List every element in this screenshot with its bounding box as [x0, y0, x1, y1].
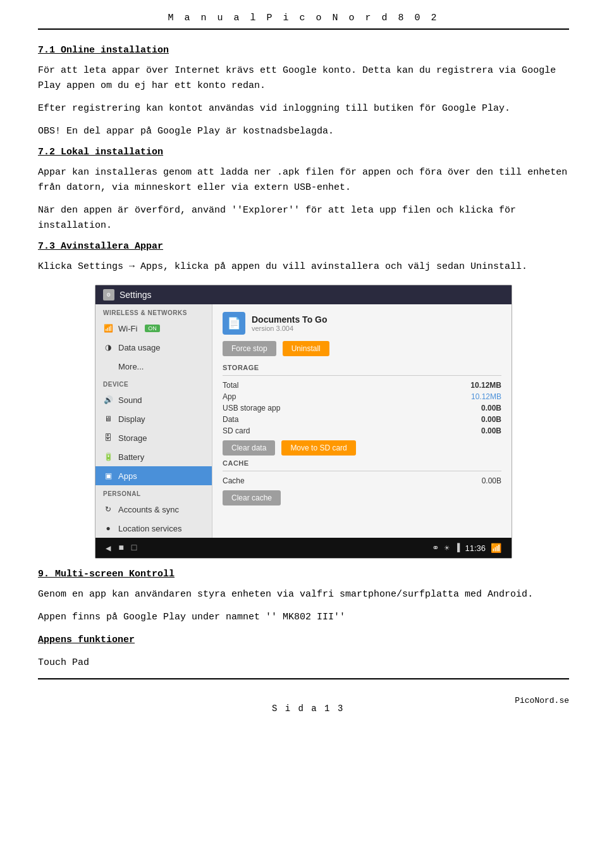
storage-label: Storage	[118, 433, 147, 443]
settings-body: WIRELESS & NETWORKS 📶 Wi-Fi ON ◑ Data us…	[95, 304, 512, 538]
section-9-p4: Touch Pad	[38, 655, 569, 671]
battery-icon: 🔋	[103, 452, 113, 462]
sidebar-item-display[interactable]: 🖥 Display	[95, 409, 212, 428]
section-9: 9. Multi-screen Kontroll Genom en app ka…	[38, 569, 569, 671]
usb-value: 0.00B	[481, 404, 501, 412]
section-7-1-p2: Efter registrering kan kontot användas v…	[38, 101, 569, 116]
storage-section-label: STORAGE	[223, 364, 501, 371]
total-label: Total	[223, 381, 238, 390]
battery-label: Battery	[118, 452, 144, 462]
uninstall-button[interactable]: Uninstall	[283, 341, 329, 356]
section-7-1: 7.1 Online installation För att leta app…	[38, 45, 569, 139]
app-icon: 📄	[223, 312, 245, 335]
sidebar-item-wifi[interactable]: 📶 Wi-Fi ON	[95, 319, 212, 338]
accounts-sync-label: Accounts & sync	[118, 505, 179, 514]
settings-sidebar: WIRELESS & NETWORKS 📶 Wi-Fi ON ◑ Data us…	[95, 304, 212, 538]
storage-divider	[223, 375, 501, 376]
app-actions: Force stop Uninstall	[223, 341, 501, 356]
taskbar-left: ◀ ■ □	[106, 543, 137, 554]
section-7-3: 7.3 Avinstallera Appar Klicka Settings →…	[38, 241, 569, 275]
clear-data-button[interactable]: Clear data	[223, 440, 275, 456]
settings-title-text: Settings	[120, 290, 152, 300]
app-info: Documents To Go version 3.004	[252, 314, 328, 332]
section-7-3-intro: Klicka Settings → Apps, klicka på appen …	[38, 259, 569, 275]
data-usage-icon: ◑	[103, 342, 113, 352]
section-device-label: DEVICE	[95, 376, 212, 390]
apps-label: Apps	[118, 471, 137, 481]
wifi-toggle: ON	[145, 325, 160, 332]
storage-row-total: Total 10.12MB	[223, 380, 501, 391]
sidebar-item-battery[interactable]: 🔋 Battery	[95, 447, 212, 466]
storage-row-app: App 10.12MB	[223, 391, 501, 402]
sidebar-item-apps[interactable]: ▣ Apps	[95, 466, 212, 485]
location-icon: ●	[103, 523, 113, 533]
section-personal-label: PERSONAL	[95, 485, 212, 500]
sync-icon: ↻	[103, 504, 113, 514]
cache-actions: Clear cache	[223, 490, 501, 505]
clear-cache-button[interactable]: Clear cache	[223, 490, 281, 505]
section-wireless-label: WIRELESS & NETWORKS	[95, 304, 212, 319]
force-stop-button[interactable]: Force stop	[223, 341, 276, 356]
sdcard-label: SD card	[223, 426, 250, 435]
cache-section-label: CACHE	[223, 459, 501, 467]
sidebar-item-location[interactable]: ● Location services	[95, 519, 212, 538]
display-label: Display	[118, 414, 145, 424]
section-7-2-p2: När den appen är överförd, använd ''Expl…	[38, 203, 569, 233]
section-7-1-p1: För att leta appar över Internet krävs e…	[38, 63, 569, 94]
section-7-3-title: 7.3 Avinstallera Appar	[38, 241, 569, 252]
recents-icon: □	[132, 543, 137, 553]
wifi-icon: 📶	[103, 323, 113, 333]
sidebar-item-data-usage[interactable]: ◑ Data usage	[95, 338, 212, 357]
battery-taskbar-icon: ▐	[455, 543, 460, 553]
section-9-p2: Appen finns på Google Play under namnet …	[38, 610, 569, 625]
section-7-1-title: 7.1 Online installation	[38, 45, 569, 56]
cache-divider	[223, 471, 501, 471]
total-value: 10.12MB	[470, 381, 501, 390]
section-9-p3: Appens funktioner	[38, 633, 569, 648]
sidebar-item-sound[interactable]: 🔊 Sound	[95, 390, 212, 409]
app-header: 📄 Documents To Go version 3.004	[223, 312, 501, 335]
usb-taskbar-icon: ⚭	[432, 543, 439, 554]
taskbar-right: ⚭ ☀ ▐ 11:36 📶	[432, 543, 501, 554]
sidebar-item-storage[interactable]: 🗄 Storage	[95, 428, 212, 447]
location-label: Location services	[118, 524, 181, 533]
page-number: S i d a 1 3	[272, 704, 344, 714]
more-label: More...	[118, 362, 144, 371]
wifi-label: Wi-Fi	[118, 324, 137, 333]
apps-icon: ▣	[103, 471, 113, 481]
sidebar-item-more[interactable]: More...	[95, 357, 212, 376]
app-value: 10.12MB	[471, 392, 501, 401]
taskbar-time: 11:36	[465, 543, 486, 553]
section-7-2-p1: Appar kan installeras genom att ladda ne…	[38, 165, 569, 195]
data-value: 0.00B	[481, 415, 501, 424]
storage-row-data: Data 0.00B	[223, 414, 501, 425]
page-header: M a n u a l P i c o N o r d 8 0 2	[38, 13, 569, 30]
display-icon: 🖥	[103, 414, 113, 424]
cache-label: Cache	[223, 476, 245, 485]
storage-actions: Clear data Move to SD card	[223, 440, 501, 456]
storage-row-usb: USB storage app 0.00B	[223, 402, 501, 414]
storage-row-sdcard: SD card 0.00B	[223, 425, 501, 437]
settings-app-icon: ⚙	[103, 289, 114, 301]
move-sd-button[interactable]: Move to SD card	[281, 440, 355, 456]
sound-label: Sound	[118, 395, 142, 405]
home-icon: ■	[118, 543, 123, 553]
cache-value: 0.00B	[482, 476, 501, 485]
android-taskbar: ◀ ■ □ ⚭ ☀ ▐ 11:36 📶	[95, 538, 512, 558]
cache-row: Cache 0.00B	[223, 475, 501, 487]
sound-icon: 🔊	[103, 395, 113, 405]
section-9-p1: Genom en app kan användaren styra enhete…	[38, 587, 569, 602]
app-label: App	[223, 392, 236, 401]
signal-icon: ☀	[445, 543, 450, 554]
sdcard-value: 0.00B	[481, 426, 501, 435]
app-detail-panel: 📄 Documents To Go version 3.004 Force st…	[212, 304, 512, 538]
sidebar-item-accounts-sync[interactable]: ↻ Accounts & sync	[95, 500, 212, 519]
storage-icon: 🗄	[103, 433, 113, 443]
data-label: Data	[223, 415, 238, 424]
more-icon	[103, 361, 113, 371]
back-icon: ◀	[106, 543, 111, 554]
header-title: M a n u a l P i c o N o r d 8 0 2	[168, 13, 439, 23]
section-7-2: 7.2 Lokal installation Appar kan install…	[38, 147, 569, 233]
data-usage-label: Data usage	[118, 343, 161, 352]
brand-footer: PicoNord.se	[515, 696, 569, 705]
